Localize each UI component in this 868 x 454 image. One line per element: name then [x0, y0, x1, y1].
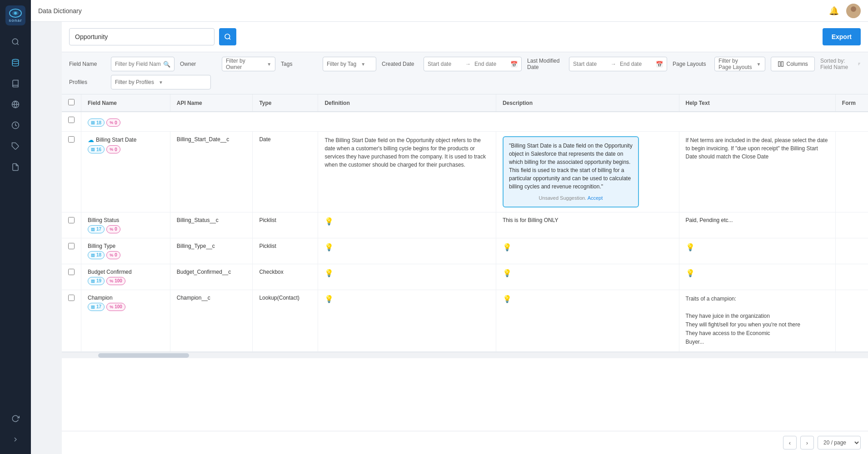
select-all-checkbox[interactable] — [68, 99, 75, 105]
created-end-input[interactable] — [474, 61, 509, 67]
row-checkbox[interactable] — [68, 136, 75, 143]
columns-button[interactable]: Columns — [771, 57, 815, 71]
sidebar-item-file[interactable] — [6, 158, 25, 176]
api-name-cell: Budget_Confirmed__c — [170, 264, 253, 290]
type-cell: Picklist — [253, 212, 318, 238]
tag-wrap: ▤16 %0 — [88, 145, 164, 153]
tag-wrap: ▤17 %100 — [88, 303, 164, 311]
header-description: Description — [496, 94, 679, 112]
sidebar-item-globe[interactable] — [6, 95, 25, 114]
svg-point-10 — [225, 34, 230, 39]
accept-link[interactable]: Accept — [588, 195, 603, 201]
grid-icon: ▤ — [91, 253, 95, 257]
search-input[interactable] — [69, 28, 215, 45]
sidebar-expand-button[interactable] — [6, 430, 25, 449]
next-page-button[interactable]: › — [800, 436, 814, 449]
description-cell: "Billing Start Date is a Date field on t… — [496, 132, 679, 212]
notification-bell-icon[interactable]: 🔔 — [829, 6, 839, 16]
owner-filter-label: Owner — [180, 61, 216, 67]
field-name-text: Billing Status — [88, 217, 119, 223]
row-checkbox-cell — [62, 264, 81, 290]
last-modified-start-input[interactable] — [573, 61, 607, 67]
form-cell — [835, 238, 868, 264]
svg-point-9 — [849, 13, 858, 18]
definition-cell: 💡 — [318, 290, 496, 351]
search-button[interactable] — [219, 28, 236, 45]
svg-rect-11 — [778, 62, 780, 67]
profiles-filter-label: Profiles — [69, 79, 105, 85]
page-size-select[interactable]: 20 / page 50 / page 100 / page — [818, 436, 861, 449]
description-cell: 💡 — [496, 238, 679, 264]
prev-page-button[interactable]: ‹ — [783, 436, 797, 449]
sidebar-item-database[interactable] — [6, 54, 25, 72]
suggestion-box: "Billing Start Date is a Date field on t… — [503, 136, 639, 207]
field-name-input[interactable] — [115, 61, 160, 67]
sort-indicator: Sorted by: Field Name — [820, 58, 861, 70]
grid-icon: ▤ — [91, 227, 95, 232]
bulb-icon: 💡 — [686, 243, 695, 251]
row-checkbox[interactable] — [68, 217, 75, 223]
next-icon: › — [806, 439, 808, 446]
prev-icon: ‹ — [789, 439, 791, 446]
data-table: Field Name API Name Type Definition Desc… — [62, 94, 868, 352]
columns-label: Columns — [787, 61, 808, 67]
tag-blue: ▤17 — [88, 225, 105, 233]
last-modified-date[interactable]: → 📅 — [569, 57, 667, 71]
tag-blue-18: ▤18 — [88, 118, 105, 127]
tags-filter[interactable]: Filter by Tag ▼ — [323, 57, 376, 71]
main-content: Export Field Name 🔍 Owner Filter by Owne… — [62, 22, 868, 454]
row-checkbox[interactable] — [68, 295, 75, 301]
search-input-wrap — [69, 28, 215, 45]
field-name-cell: Billing Type ▤18 %0 — [81, 238, 170, 264]
header-form: Form — [835, 94, 868, 112]
form-cell — [835, 212, 868, 238]
sidebar-item-search[interactable] — [6, 33, 25, 51]
tags-filter-text: Filter by Tag — [327, 61, 356, 67]
description-cell: 💡 — [496, 264, 679, 290]
sidebar-item-refresh[interactable] — [6, 410, 25, 428]
app-logo[interactable]: sonar — [5, 5, 25, 25]
created-start-input[interactable] — [428, 61, 462, 67]
sidebar-item-tag[interactable] — [6, 137, 25, 155]
export-button[interactable]: Export — [823, 28, 861, 45]
last-modified-end-input[interactable] — [620, 61, 654, 67]
row-checkbox[interactable] — [68, 269, 75, 275]
created-date-start[interactable]: → 📅 — [424, 57, 522, 71]
profiles-filter[interactable]: Filter by Profiles ▼ — [111, 75, 211, 89]
sidebar-item-book[interactable] — [6, 74, 25, 93]
horizontal-scrollbar[interactable] — [62, 352, 868, 358]
topbar-right: 🔔 — [829, 4, 861, 18]
svg-point-2 — [14, 12, 17, 15]
table-row: Budget Confirmed ▤19 %100 Budget_Confirm… — [62, 264, 868, 290]
prev-checkbox — [62, 112, 81, 132]
field-name-filter[interactable]: 🔍 — [111, 57, 175, 71]
filter-row-1: Field Name 🔍 Owner Filter by Owner ▼ Tag… — [69, 57, 861, 71]
unsaved-suggestion-text: Unsaved Suggestion. — [539, 195, 588, 201]
type-cell: Checkbox — [253, 264, 318, 290]
field-name-cell: Champion ▤17 %100 — [81, 290, 170, 351]
tag-wrap: ▤18 %0 — [88, 251, 164, 259]
page-layouts-filter-label: Page Layouts — [673, 61, 709, 67]
tag-pink: %100 — [106, 303, 125, 311]
calendar-icon: 📅 — [510, 61, 518, 68]
tags-filter-label: Tags — [281, 61, 317, 67]
form-cell — [835, 290, 868, 351]
salesforce-cloud-icon: ☁ — [88, 136, 94, 143]
percent-icon: % — [110, 305, 113, 309]
owner-filter[interactable]: Filter by Owner ▼ — [222, 57, 275, 71]
sidebar-item-clock[interactable] — [6, 116, 25, 134]
tag-blue: ▤19 — [88, 277, 105, 285]
created-date-filter-label: Created Date — [382, 61, 418, 67]
table-row: Billing Status ▤17 %0 Billing_Status__c … — [62, 212, 868, 238]
definition-cell: 💡 — [318, 264, 496, 290]
header-api-name: API Name — [170, 94, 253, 112]
row-checkbox-cell — [62, 290, 81, 351]
scroll-thumb[interactable] — [98, 353, 189, 358]
tag-wrap: ▤17 %0 — [88, 225, 164, 233]
svg-rect-12 — [781, 62, 783, 67]
row-checkbox[interactable] — [68, 243, 75, 249]
row-checkbox[interactable] — [68, 117, 75, 123]
user-avatar[interactable] — [846, 4, 861, 18]
page-layouts-filter[interactable]: Filter by Page Layouts ▼ — [714, 57, 765, 71]
row-checkbox-cell — [62, 238, 81, 264]
